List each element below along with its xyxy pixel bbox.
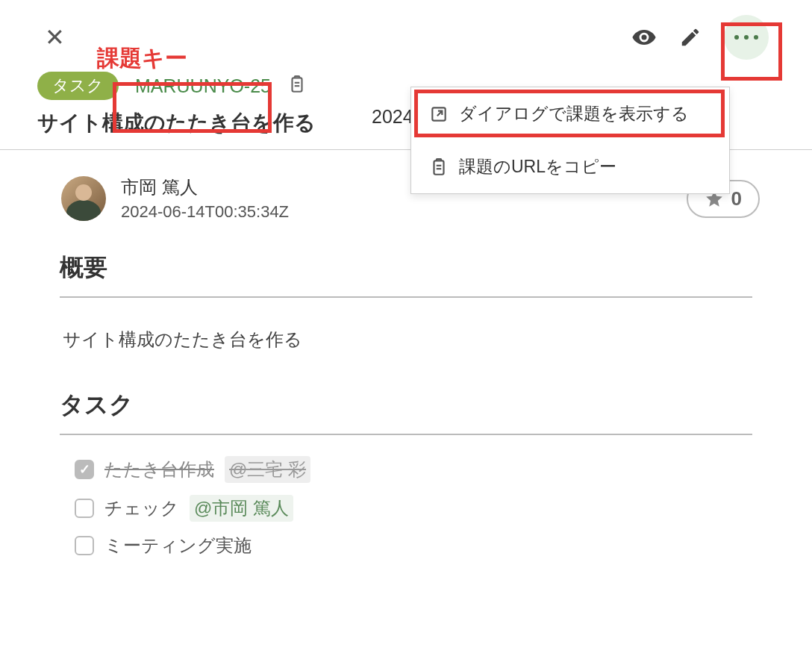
partial-date-text: 2024 <box>372 106 413 128</box>
section-heading-tasks: タスク <box>60 389 752 435</box>
more-button[interactable] <box>724 15 769 60</box>
section-heading-overview: 概要 <box>60 252 752 298</box>
task-text: ミーティング実施 <box>104 534 252 558</box>
task-text: たたき台作成 <box>104 458 214 481</box>
svg-rect-0 <box>292 78 302 91</box>
overview-body: サイト構成のたたき台を作る <box>60 298 752 359</box>
copy-key-icon[interactable] <box>287 73 307 99</box>
open-external-icon <box>429 104 449 124</box>
annotation-issue-key-label: 課題キー <box>97 43 187 74</box>
task-text: チェック <box>104 496 179 520</box>
menu-item-label: ダイアログで課題を表示する <box>459 102 689 125</box>
menu-item-label: 課題のURLをコピー <box>459 155 616 178</box>
task-row: チェック @市岡 篤人 <box>60 489 752 528</box>
watch-icon[interactable] <box>631 25 657 50</box>
svg-rect-4 <box>434 160 444 174</box>
checkbox[interactable] <box>75 499 94 518</box>
more-dropdown: ダイアログで課題を表示する 課題のURLをコピー <box>410 87 730 194</box>
checkbox[interactable] <box>75 460 94 479</box>
star-count: 0 <box>731 187 742 210</box>
task-checklist: たたき台作成 @三宅 彩 チェック @市岡 篤人 ミーティング実施 <box>60 435 752 564</box>
task-mention[interactable]: @三宅 彩 <box>225 456 310 483</box>
checkbox[interactable] <box>75 536 94 555</box>
avatar <box>61 176 106 221</box>
menu-item-open-dialog[interactable]: ダイアログで課題を表示する <box>411 87 729 140</box>
task-row: たたき台作成 @三宅 彩 <box>60 450 752 489</box>
menu-item-copy-url[interactable]: 課題のURLをコピー <box>411 140 729 193</box>
author-timestamp: 2024-06-14T00:35:34Z <box>121 202 289 222</box>
issue-key-link[interactable]: MARUUNYO-25 <box>129 74 277 99</box>
issue-type-badge: タスク <box>37 72 119 100</box>
task-mention[interactable]: @市岡 篤人 <box>190 495 293 522</box>
edit-icon[interactable] <box>678 25 703 50</box>
author-name: 市岡 篤人 <box>121 175 289 199</box>
close-icon[interactable]: ✕ <box>45 23 65 52</box>
task-row: ミーティング実施 <box>60 528 752 564</box>
clipboard-icon <box>429 157 449 178</box>
